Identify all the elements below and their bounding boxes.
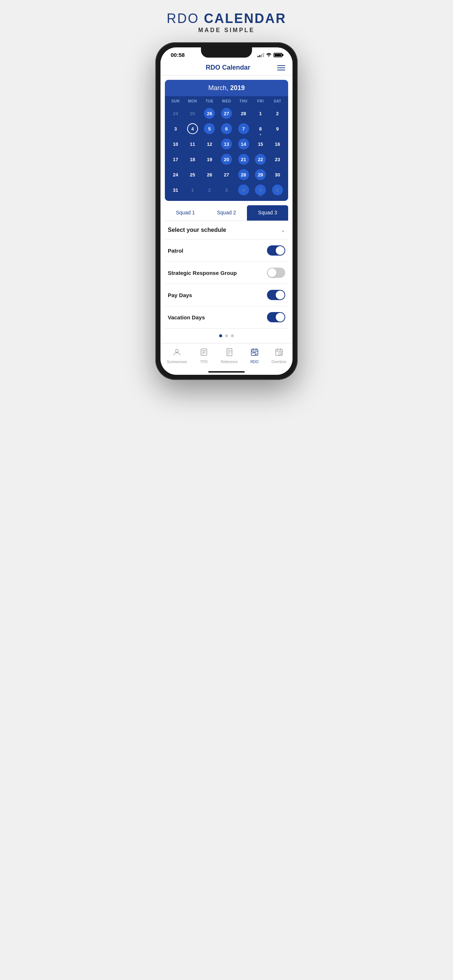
cal-day[interactable]: 6 [218, 121, 235, 136]
calendar-week-5: 24 25 26 27 28 29 30 [167, 167, 286, 182]
day-fri: FRI [252, 98, 269, 105]
nav-summonses[interactable]: Summonses [162, 346, 191, 365]
cal-day[interactable]: 10 [167, 137, 184, 151]
home-bar [208, 371, 245, 372]
title-bold: CALENDAR [204, 11, 286, 26]
cal-day[interactable]: 14 [235, 137, 252, 151]
pagination-dot-1[interactable] [219, 334, 222, 337]
cal-day-today[interactable]: 4 [184, 121, 201, 136]
pagination-dot-3[interactable] [231, 334, 234, 337]
cal-day[interactable]: 15 [252, 137, 269, 151]
squad-tab-2[interactable]: Squad 2 [206, 205, 247, 221]
svg-rect-15 [252, 352, 254, 353]
nav-overtime[interactable]: Overtime [267, 346, 291, 365]
cal-day[interactable]: 21 [235, 152, 252, 167]
cal-day[interactable]: 3 [167, 121, 184, 136]
cal-day[interactable]: 11 [184, 137, 201, 151]
cal-day[interactable]: 16 [269, 137, 286, 151]
nav-rdo-label: RDO [250, 360, 258, 364]
cal-day[interactable]: 18 [184, 152, 201, 167]
cal-day[interactable]: 5 [201, 121, 218, 136]
cal-day[interactable]: 20 [218, 152, 235, 167]
cal-day[interactable]: 13 [218, 137, 235, 151]
cal-day[interactable]: 22 [252, 152, 269, 167]
cal-day[interactable]: 12 [201, 137, 218, 151]
bottom-nav: Summonses TPO [161, 343, 292, 368]
calendar-week-2: 3 4 5 6 7 8 9 [167, 121, 286, 136]
cal-day[interactable]: 2 [201, 183, 218, 197]
srg-toggle[interactable] [267, 267, 285, 278]
nav-overtime-label: Overtime [271, 360, 286, 364]
schedule-section: Select your schedule ⌄ Patrol Strategic … [161, 221, 292, 328]
paydays-toggle[interactable] [267, 290, 285, 300]
status-time: 00:58 [171, 52, 185, 58]
cal-day[interactable]: 7 [235, 121, 252, 136]
nav-rdo[interactable]: RDO [246, 346, 263, 365]
cal-day[interactable]: 4 [235, 183, 252, 197]
app-title-line2: MADE SIMPLE [167, 27, 286, 33]
cal-day[interactable]: 17 [167, 152, 184, 167]
cal-day[interactable]: 28 [235, 106, 252, 121]
cal-day[interactable]: 24 [167, 167, 184, 182]
cal-day[interactable]: 2 [269, 106, 286, 121]
cal-day[interactable]: 6 [269, 183, 286, 197]
squad-tab-1[interactable]: Squad 1 [165, 205, 206, 221]
squad-tab-3[interactable]: Squad 3 [247, 205, 288, 221]
cal-day[interactable]: 30 [269, 167, 286, 182]
calendar-header: March, 2019 [165, 80, 288, 96]
day-sun: SUN [167, 98, 184, 105]
cal-day[interactable]: 23 [269, 152, 286, 167]
cal-day[interactable]: 25 [184, 106, 201, 121]
cal-day[interactable]: 1 [184, 183, 201, 197]
srg-toggle-row: Strategic Response Group [165, 262, 288, 284]
wifi-icon [266, 52, 272, 57]
cal-day[interactable]: 19 [201, 152, 218, 167]
pagination-dot-2[interactable] [225, 334, 228, 337]
vacationdays-toggle-knob [276, 313, 284, 321]
cal-day[interactable]: 26 [201, 106, 218, 121]
cal-day[interactable]: 5 [252, 183, 269, 197]
patrol-toggle[interactable] [267, 245, 285, 256]
pagination-dots [161, 328, 292, 343]
page-wrapper: RDO CALENDAR MADE SIMPLE 00:58 [146, 7, 307, 380]
hamburger-line-2 [277, 67, 285, 68]
svg-rect-16 [254, 352, 256, 353]
hamburger-line-3 [277, 70, 285, 70]
paydays-toggle-knob [276, 291, 284, 299]
hamburger-menu[interactable] [277, 65, 285, 70]
svg-rect-1 [176, 353, 178, 353]
cal-day[interactable]: 8 [252, 121, 269, 136]
reference-icon [225, 348, 234, 359]
app-title-line1: RDO CALENDAR [167, 11, 286, 26]
header-title: RDO Calendar [179, 64, 277, 72]
rdo-icon [250, 348, 259, 359]
calendar-week-4: 17 18 19 20 21 22 23 [167, 152, 286, 167]
cal-day[interactable]: 28 [235, 167, 252, 182]
cal-day[interactable]: 24 [167, 106, 184, 121]
patrol-toggle-row: Patrol [165, 240, 288, 262]
app-header: RDO Calendar [161, 60, 292, 75]
patrol-label: Patrol [168, 248, 183, 254]
vacationdays-toggle[interactable] [267, 312, 285, 322]
calendar-week-6: 31 1 2 3 4 5 6 [167, 183, 286, 197]
cal-day[interactable]: 26 [201, 167, 218, 182]
cal-day[interactable]: 3 [218, 183, 235, 197]
day-sat: SAT [269, 98, 286, 105]
calendar-month-text: March, [208, 84, 228, 92]
svg-point-0 [175, 349, 179, 352]
srg-toggle-knob [268, 268, 276, 277]
cal-day[interactable]: 1 [252, 106, 269, 121]
cal-day[interactable]: 25 [184, 167, 201, 182]
cal-day[interactable]: 27 [218, 167, 235, 182]
cal-day[interactable]: 27 [218, 106, 235, 121]
patrol-toggle-knob [276, 246, 284, 255]
cal-day[interactable]: 29 [252, 167, 269, 182]
schedule-header[interactable]: Select your schedule ⌄ [165, 221, 288, 240]
nav-reference[interactable]: Reference [216, 346, 242, 365]
day-tue: TUE [201, 98, 218, 105]
title-light: RDO [167, 11, 204, 26]
nav-summonses-label: Summonses [167, 360, 187, 364]
cal-day[interactable]: 9 [269, 121, 286, 136]
cal-day[interactable]: 31 [167, 183, 184, 197]
nav-tpo[interactable]: TPO [195, 346, 213, 365]
